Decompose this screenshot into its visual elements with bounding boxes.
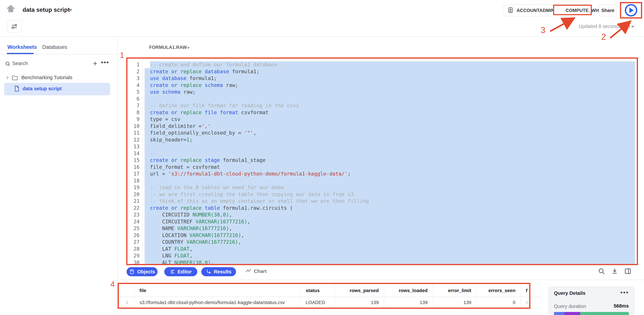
results-button[interactable]: Results [201, 267, 236, 276]
code-line[interactable]: file_format = csvformat [128, 164, 637, 171]
tab-chart[interactable]: Chart [246, 268, 266, 274]
code-line[interactable]: skip_header=1; [128, 136, 637, 143]
code-line[interactable]: ALT NUMBER(38,0), [128, 259, 637, 264]
duration-bar-segment [554, 312, 564, 315]
worksheet-title[interactable]: data setup script [22, 7, 70, 13]
filters-button[interactable] [7, 20, 22, 33]
results-table-container: filestatusrows_parsedrows_loadederror_li… [120, 284, 541, 309]
chevron-right-icon[interactable] [5, 75, 10, 81]
tab-databases[interactable]: Databases [42, 44, 67, 50]
table-cell: 0 [476, 297, 520, 308]
duration-bar-segment [564, 312, 580, 315]
role-selector[interactable]: ACCOUNTADMIN [516, 8, 554, 13]
code-line[interactable]: use schema raw; [128, 89, 637, 96]
column-header[interactable]: errors_seen [476, 284, 520, 297]
column-header[interactable]: rows_parsed [335, 284, 384, 297]
chart-line-icon [246, 268, 252, 274]
sidebar-item-benchmarking-tutorials[interactable]: Benchmarking Tutorials [22, 75, 72, 80]
database-icon [129, 269, 135, 274]
column-header[interactable]: status [300, 284, 335, 297]
title-dropdown-caret-icon[interactable] [69, 9, 72, 12]
code-line[interactable]: type = csv [128, 116, 637, 123]
code-lines: -- create and define our formula1 databa… [128, 61, 637, 264]
code-line[interactable]: url = 's3://formula1-dbt-cloud-python-de… [128, 170, 637, 177]
results-divider [117, 280, 644, 280]
column-header[interactable]: rows_loaded [384, 284, 433, 297]
warehouse-selector[interactable]: COMPUTE_WH [566, 8, 599, 13]
updated-status: Updated 8 seconds ago [579, 24, 630, 29]
code-line[interactable]: CIRCUITID NUMBER(38,0), [128, 211, 637, 218]
download-icon[interactable] [611, 267, 618, 275]
home-icon[interactable] [6, 5, 16, 14]
table-cell: 1 [120, 297, 134, 308]
column-header[interactable]: f [520, 284, 540, 297]
share-button[interactable]: Share [599, 5, 617, 17]
sidebar-divider [117, 37, 118, 315]
top-header-bar: data setup script ACCOUNTADMIN COMPUTE_W… [0, 0, 644, 37]
query-duration-value: 568ms [614, 303, 629, 309]
query-duration-bar [554, 312, 629, 315]
annotation-label-1: 1 [120, 51, 124, 60]
schema-context-selector[interactable]: FORMULA1.RAW [149, 45, 187, 50]
code-line[interactable]: use database formula1; [128, 75, 637, 82]
objects-button[interactable]: Objects [126, 267, 158, 276]
query-details-panel: Query Details ••• Query duration 568ms [548, 286, 635, 315]
tabs-divider [0, 54, 117, 54]
code-line[interactable]: field_optionally_enclosed_by = '"', [128, 130, 637, 136]
updated-dropdown-caret-icon[interactable] [631, 26, 634, 28]
duration-bar-segment [580, 312, 629, 315]
code-line[interactable]: COUNTRY VARCHAR(16777216), [128, 239, 637, 246]
play-icon [625, 4, 637, 17]
column-header[interactable]: file [134, 284, 300, 297]
results-body: 1s3://formula1-dbt-cloud-python-demo/for… [120, 297, 540, 308]
code-line[interactable]: -- load in the 8 tables we need for our … [128, 184, 637, 191]
sql-editor[interactable]: 1234567891011121314151617181920212223242… [128, 59, 637, 264]
annotation-label-4: 4 [110, 280, 115, 289]
code-line[interactable]: LOCATION VARCHAR(16777216), [128, 232, 637, 239]
search-icon [5, 61, 10, 67]
table-cell: 139 [433, 297, 476, 308]
code-line[interactable]: -- we are first creating the table then … [128, 191, 637, 198]
table-cell: s3://formula1-dbt-cloud-python-demo/form… [134, 297, 300, 308]
split-columns-icon[interactable] [624, 267, 632, 275]
search-results-icon[interactable] [598, 267, 605, 275]
table-row[interactable]: 1s3://formula1-dbt-cloud-python-demo/for… [120, 297, 540, 308]
code-line[interactable] [128, 96, 637, 102]
code-line[interactable]: create or replace database formula1; [128, 68, 637, 75]
editor-button[interactable]: Editor [164, 267, 197, 276]
table-cell: 139 [335, 297, 384, 308]
results-arrow-icon [206, 269, 212, 274]
folder-icon [12, 75, 18, 82]
code-line[interactable]: create or replace stage formula1_stage [128, 157, 637, 164]
run-button[interactable] [622, 3, 640, 17]
code-line[interactable]: -- [128, 150, 637, 157]
code-line[interactable]: create or replace schema raw; [128, 82, 637, 89]
query-details-title: Query Details [554, 290, 586, 296]
code-line[interactable]: create or replace file format csvformat [128, 109, 637, 116]
code-line[interactable]: -- define our file format for reading in… [128, 102, 637, 109]
query-details-more-button[interactable]: ••• [620, 289, 629, 296]
code-line[interactable] [128, 143, 637, 150]
user-badge-icon [508, 7, 514, 14]
tab-worksheets[interactable]: Worksheets [8, 44, 37, 50]
context-caret-icon[interactable] [187, 47, 190, 49]
results-table: filestatusrows_parsedrows_loadederror_li… [120, 284, 541, 308]
code-line[interactable]: CIRCUITREF VARCHAR(16777216), [128, 218, 637, 225]
context-selector-pill[interactable]: ACCOUNTADMIN COMPUTE_WH [504, 5, 592, 17]
sliders-icon [10, 23, 18, 30]
code-line[interactable]: -- create and define our formula1 databa… [128, 61, 637, 68]
code-line[interactable]: -- think of this as an empty container o… [128, 198, 637, 205]
column-header[interactable]: error_limit [433, 284, 476, 297]
add-worksheet-button[interactable]: + [91, 59, 99, 68]
sidebar-more-button[interactable]: ••• [101, 59, 109, 66]
worksheet-doc-icon [14, 85, 20, 93]
code-line[interactable]: LAT FLOAT, [128, 246, 637, 252]
code-line[interactable]: create or replace table formula1.raw.cir… [128, 205, 637, 212]
code-line[interactable]: field_delimiter =',' [128, 123, 637, 130]
code-line[interactable]: LNG FLOAT, [128, 252, 637, 259]
table-cell: LOADED [300, 297, 335, 308]
code-line[interactable] [128, 177, 637, 184]
search-input[interactable]: Search [12, 61, 28, 66]
column-header[interactable] [120, 284, 134, 297]
code-line[interactable]: NAME VARCHAR(16777216), [128, 225, 637, 232]
